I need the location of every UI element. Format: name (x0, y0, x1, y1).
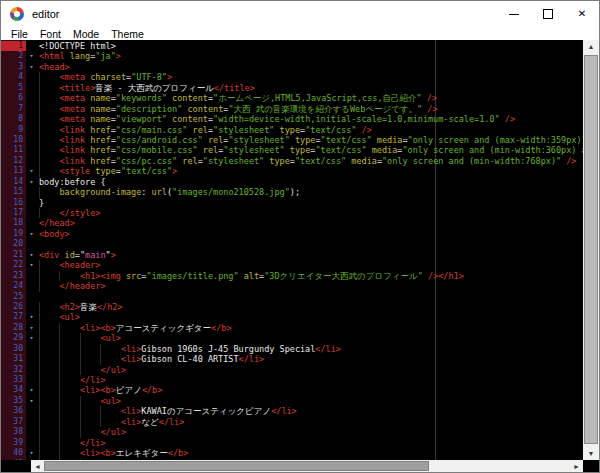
fold-spacer (26, 156, 37, 166)
code-line[interactable]: 2▾<html lang="ja"> (1, 51, 583, 61)
maximize-button[interactable] (531, 1, 565, 27)
code-line[interactable]: 16} (1, 198, 583, 208)
line-number: 21 (1, 250, 26, 260)
code-line[interactable]: 18</head> (1, 218, 583, 228)
code-line[interactable]: 6<meta name="keywords" content="ホームページ,H… (1, 93, 583, 103)
fold-marker-icon[interactable]: ▾ (26, 229, 37, 239)
menu-item-mode[interactable]: Mode (67, 28, 105, 40)
code-line[interactable]: 30<li>Gibson 1960s J-45 Burgundy Special… (1, 344, 583, 354)
menu-item-font[interactable]: Font (34, 28, 67, 40)
code-line[interactable]: 8<meta name="viewport" content="width=de… (1, 114, 583, 124)
code-line[interactable]: 14▾body:before { (1, 177, 583, 187)
indent-guide (39, 166, 59, 176)
fold-marker-icon[interactable]: ▾ (26, 385, 37, 395)
horizontal-scrollbar[interactable]: ◄ ► (31, 460, 583, 472)
code-line[interactable]: 33</li> (1, 375, 583, 385)
menu-item-theme[interactable]: Theme (105, 28, 150, 40)
vertical-scrollbar-thumb[interactable] (584, 55, 598, 444)
fold-spacer (26, 104, 37, 114)
code-line[interactable]: 4<meta charset="UTF-8"> (1, 72, 583, 82)
code-line[interactable]: 25 (1, 292, 583, 302)
indent-guide (39, 271, 59, 281)
fold-marker-icon[interactable]: ▾ (26, 448, 37, 458)
code-text: <div id="main"> (37, 250, 583, 260)
scroll-up-button[interactable]: ▲ (583, 40, 599, 53)
code-text: <link href="css/mobile.css" rel="stylesh… (37, 145, 583, 155)
code-line[interactable]: 31<li>Gibson CL-40 ARTIST</li> (1, 354, 583, 364)
code-editor[interactable]: 1<!DOCTYPE html>2▾<html lang="ja">3▾<hea… (1, 40, 583, 460)
code-line[interactable]: 5<title>音楽 - 大西武のプロフィール</title> (1, 83, 583, 93)
vertical-scrollbar[interactable]: ▲ ▼ (583, 40, 599, 460)
code-line[interactable]: 35▾<ul> (1, 396, 583, 406)
indent-guide (39, 72, 59, 82)
indent-guide (39, 135, 59, 145)
code-line[interactable]: 22▾<header> (1, 260, 583, 270)
code-line[interactable]: 9<link href="css/main.css" rel="styleshe… (1, 125, 583, 135)
code-line[interactable]: 23<h1><img src="images/title.png" alt="3… (1, 271, 583, 281)
maximize-icon (543, 9, 553, 19)
line-number: 33 (1, 375, 26, 385)
code-text: </style> (37, 208, 583, 218)
line-number: 19 (1, 229, 26, 239)
code-line[interactable]: 3▾<head> (1, 62, 583, 72)
code-line[interactable]: 19▾<body> (1, 229, 583, 239)
code-text: <meta charset="UTF-8"> (37, 72, 583, 82)
fold-marker-icon[interactable]: ▾ (26, 312, 37, 322)
code-text: <!DOCTYPE html> (37, 41, 583, 51)
scroll-down-button[interactable]: ▼ (583, 447, 599, 460)
fold-marker-icon[interactable]: ▾ (26, 166, 37, 176)
code-line[interactable]: 10<link href="css/android.css" rel="styl… (1, 135, 583, 145)
code-line[interactable]: 12<link href="css/pc.css" rel="styleshee… (1, 156, 583, 166)
code-line[interactable]: 32</ul> (1, 365, 583, 375)
indent-guide (39, 93, 59, 103)
fold-marker-icon[interactable]: ▾ (26, 250, 37, 260)
fold-marker-icon[interactable]: ▾ (26, 323, 37, 333)
line-number: 23 (1, 271, 26, 281)
code-line[interactable]: 29▾<ul> (1, 333, 583, 343)
code-line[interactable]: 38</ul> (1, 427, 583, 437)
code-line[interactable]: 26<h2>音楽</h2> (1, 302, 583, 312)
code-line[interactable]: 20 (1, 239, 583, 249)
line-number: 36 (1, 406, 26, 416)
code-line[interactable]: 36<li>KAWAIのアコースティックピアノ</li> (1, 406, 583, 416)
code-line[interactable]: 28▾<li><b>アコースティックギター</b> (1, 323, 583, 333)
code-line[interactable]: 24</header> (1, 281, 583, 291)
scroll-left-button[interactable]: ◄ (31, 460, 44, 472)
code-line[interactable]: 7<meta name="description" content="大西 武の… (1, 104, 583, 114)
fold-spacer (26, 125, 37, 135)
minimize-button[interactable] (497, 1, 531, 27)
code-line[interactable]: 21▾<div id="main"> (1, 250, 583, 260)
code-line[interactable]: 37<li>など</li> (1, 417, 583, 427)
code-line[interactable]: 34▾<li><b>ピアノ</b> (1, 385, 583, 395)
indent-guide (39, 438, 59, 448)
gutter-corner (1, 460, 31, 472)
fold-spacer (26, 145, 37, 155)
code-line[interactable]: 39</li> (1, 438, 583, 448)
fold-marker-icon[interactable]: ▾ (26, 260, 37, 270)
code-line[interactable]: 1<!DOCTYPE html> (1, 41, 583, 51)
code-line[interactable]: 11<link href="css/mobile.css" rel="style… (1, 145, 583, 155)
indent-guide (80, 396, 100, 406)
indent-guide (39, 354, 59, 364)
fold-marker-icon[interactable]: ▾ (26, 177, 37, 187)
code-line[interactable]: 27▾<ul> (1, 312, 583, 322)
horizontal-scrollbar-thumb[interactable] (44, 461, 429, 471)
code-line[interactable]: 13▾<style type="text/css"> (1, 166, 583, 176)
code-text: <link href="css/android.css" rel="styles… (37, 135, 583, 145)
fold-spacer (26, 354, 37, 364)
scroll-right-button[interactable]: ► (570, 460, 583, 472)
line-number: 38 (1, 427, 26, 437)
title-bar[interactable]: editor ✕ (1, 1, 599, 27)
code-line[interactable]: 17</style> (1, 208, 583, 218)
indent-guide (39, 145, 59, 155)
fold-marker-icon[interactable]: ▾ (26, 396, 37, 406)
fold-marker-icon[interactable]: ▾ (26, 333, 37, 343)
menu-item-file[interactable]: File (5, 28, 34, 40)
code-text: </li> (37, 438, 583, 448)
fold-spacer (26, 198, 37, 208)
fold-marker-icon[interactable]: ▾ (26, 62, 37, 72)
fold-marker-icon[interactable]: ▾ (26, 51, 37, 61)
close-button[interactable]: ✕ (565, 1, 599, 27)
code-line[interactable]: 40▾<li><b>エレキギター</b> (1, 448, 583, 458)
code-line[interactable]: 15background-image: url("images/mono2105… (1, 187, 583, 197)
